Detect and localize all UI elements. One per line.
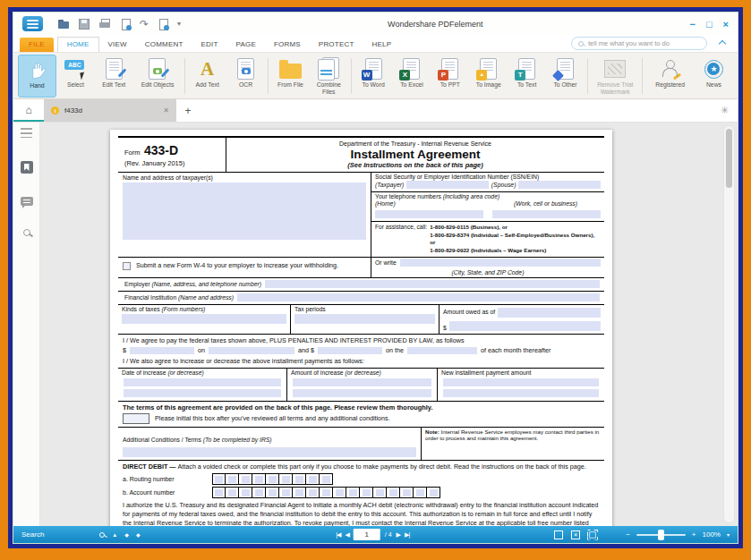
new-amount-field-1[interactable] [443, 378, 599, 386]
snapshot-icon[interactable] [157, 18, 169, 30]
single-page-view-icon[interactable] [554, 530, 563, 539]
edit-text-button[interactable]: Edit Text [95, 55, 133, 98]
from-file-button[interactable]: From File [271, 55, 310, 98]
account-digit-box[interactable] [293, 487, 306, 498]
name-address-field[interactable] [123, 182, 366, 240]
add-text-button[interactable]: A Add Text [188, 55, 226, 98]
combine-files-button[interactable]: Combine Files [310, 55, 348, 98]
maximize-button[interactable]: □ [706, 19, 713, 30]
first-page-icon[interactable]: |◀ [336, 531, 340, 539]
to-excel-button[interactable]: X To Excel [393, 55, 431, 98]
payment-amount-field[interactable] [130, 347, 194, 354]
menu-page[interactable]: PAGE [227, 38, 265, 52]
zoom-slider-thumb[interactable] [658, 530, 664, 540]
minimize-button[interactable]: − [689, 19, 695, 30]
app-menu-button[interactable] [22, 16, 43, 31]
home-tab-button[interactable]: ⌂ [13, 99, 44, 122]
zoom-dropdown-icon[interactable]: ▾ [727, 531, 730, 538]
zoom-out-icon[interactable]: − [626, 530, 630, 539]
amount-owed-field[interactable] [449, 321, 601, 331]
additional-conditions-field[interactable] [123, 447, 416, 457]
account-digit-box[interactable] [427, 487, 440, 498]
open-file-icon[interactable] [57, 18, 70, 30]
remove-watermark-button[interactable]: Remove Trial Watermark [591, 55, 640, 98]
save-icon[interactable] [78, 18, 90, 30]
new-amount-field-2[interactable] [443, 389, 599, 397]
spouse-ssn-field[interactable] [518, 181, 601, 189]
comment-panel-icon[interactable] [21, 197, 33, 206]
bookmark-panel-icon[interactable] [21, 161, 33, 174]
new-tab-button[interactable]: + [176, 99, 200, 122]
account-digit-box[interactable] [387, 487, 400, 498]
date-increase-field-2[interactable] [124, 389, 281, 397]
routing-digit-box[interactable] [266, 473, 279, 485]
help-search-input[interactable] [588, 39, 700, 47]
edit-objects-button[interactable]: Edit Objects [133, 55, 183, 98]
account-digit-box[interactable] [346, 487, 360, 498]
account-digit-box[interactable] [279, 487, 293, 498]
menu-forms[interactable]: FORMS [265, 38, 310, 52]
document-tab[interactable]: i f433d ✕ [44, 99, 176, 122]
routing-digit-box[interactable] [212, 473, 226, 485]
routing-digit-box[interactable] [320, 473, 333, 485]
print-icon[interactable] [98, 18, 111, 30]
gear-icon[interactable]: ✳ [721, 105, 729, 116]
taxpayer-ssn-field[interactable] [406, 181, 489, 189]
status-search-label[interactable]: Search [21, 530, 44, 539]
orwrite-field[interactable] [400, 259, 601, 267]
account-digit-box[interactable] [306, 487, 320, 498]
to-other-button[interactable]: To Other [546, 55, 585, 98]
account-digit-box[interactable] [252, 487, 266, 498]
zoom-in-icon[interactable]: + [692, 530, 696, 539]
menu-edit[interactable]: EDIT [192, 38, 227, 52]
account-digit-box[interactable] [226, 487, 239, 498]
ocr-button[interactable]: OCR [226, 55, 265, 98]
news-button[interactable]: ★ News [695, 55, 733, 98]
kinds-field[interactable] [122, 314, 286, 324]
employer-field[interactable] [265, 280, 600, 288]
menu-help[interactable]: HELP [363, 38, 400, 52]
date-increase-field-1[interactable] [124, 378, 281, 386]
account-digit-box[interactable] [320, 487, 333, 498]
initial-box[interactable] [123, 413, 149, 424]
menu-view[interactable]: VIEW [99, 38, 136, 52]
routing-digit-box[interactable] [252, 473, 266, 485]
work-phone-field[interactable] [492, 210, 601, 218]
search-panel-icon[interactable] [23, 229, 30, 236]
periods-field[interactable] [294, 314, 435, 324]
routing-digit-box[interactable] [279, 473, 293, 485]
registered-button[interactable]: Registered [645, 55, 695, 98]
account-digit-box[interactable] [239, 487, 252, 498]
account-digit-box[interactable] [400, 487, 414, 498]
amount-increase-field-2[interactable] [293, 389, 431, 397]
collapse-ribbon-icon[interactable] [719, 40, 726, 47]
routing-digit-box[interactable] [226, 473, 239, 485]
account-digit-box[interactable] [360, 487, 373, 498]
status-search-icon[interactable] [99, 532, 105, 538]
export-icon[interactable] [119, 18, 132, 30]
hand-tool-button[interactable]: Hand [18, 55, 56, 98]
to-image-button[interactable]: ▴ To Image [469, 55, 508, 98]
account-digit-box[interactable] [333, 487, 346, 498]
scrollbar-thumb[interactable] [726, 129, 732, 188]
select-tool-button[interactable]: ABC Select [56, 55, 95, 98]
close-button[interactable]: × [723, 19, 729, 30]
zoom-level-label[interactable]: 100% [703, 530, 721, 539]
menu-protect[interactable]: PROTECT [310, 38, 363, 52]
menu-home[interactable]: HOME [57, 37, 99, 52]
last-page-icon[interactable]: ▶| [405, 531, 409, 539]
account-digit-box[interactable] [414, 487, 427, 498]
fit-page-view-icon[interactable] [571, 530, 580, 539]
current-page-input[interactable]: 1 [354, 529, 380, 540]
payment-amount2-field[interactable] [318, 347, 382, 354]
help-search-box[interactable] [571, 37, 707, 50]
home-phone-field[interactable] [375, 210, 483, 218]
thumbnail-panel-icon[interactable] [21, 128, 32, 138]
amount-date-field[interactable] [498, 308, 601, 318]
search-next-icon[interactable]: ◆ [136, 531, 141, 538]
to-word-button[interactable]: W To Word [354, 55, 393, 98]
account-digit-box[interactable] [373, 487, 387, 498]
routing-digit-box[interactable] [306, 473, 320, 485]
menu-comment[interactable]: COMMENT [136, 38, 192, 52]
vertical-scrollbar[interactable] [723, 125, 735, 523]
